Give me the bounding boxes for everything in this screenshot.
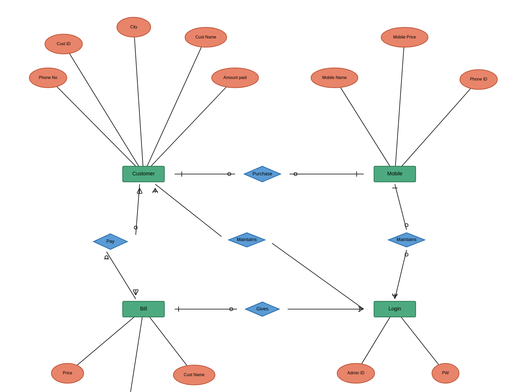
svg-text:Pay: Pay: [106, 239, 114, 244]
svg-text:Maintains: Maintains: [396, 237, 416, 242]
svg-line-73: [140, 188, 142, 193]
svg-text:Phone No: Phone No: [39, 75, 57, 80]
svg-line-18: [395, 184, 407, 230]
svg-line-12: [395, 309, 445, 373]
svg-text:Price: Price: [63, 371, 72, 375]
svg-line-8: [68, 309, 144, 373]
svg-text:Cust ID: Cust ID: [57, 42, 70, 46]
svg-text:Amount paid: Amount paid: [223, 75, 247, 80]
svg-text:Cust Name: Cust Name: [184, 373, 204, 377]
svg-line-96: [153, 188, 155, 193]
svg-text:Mobile Price: Mobile Price: [393, 35, 416, 39]
svg-line-87: [358, 309, 363, 312]
svg-line-2: [144, 37, 206, 174]
svg-line-3: [48, 78, 144, 174]
svg-line-92: [392, 294, 395, 298]
svg-line-10: [128, 309, 144, 392]
svg-text:Customer: Customer: [132, 171, 155, 176]
svg-line-5: [395, 37, 405, 174]
svg-line-7: [395, 79, 479, 174]
svg-text:Purchase: Purchase: [252, 171, 272, 176]
svg-text:Phone ID: Phone ID: [470, 77, 487, 81]
svg-line-80: [136, 290, 138, 295]
svg-text:Admin ID: Admin ID: [347, 371, 364, 375]
svg-line-17: [272, 243, 364, 309]
svg-line-9: [144, 309, 194, 375]
svg-line-1: [134, 27, 144, 174]
er-diagram: CustomerMobileBillLoginPurchasePayMainta…: [0, 0, 532, 392]
svg-text:Mobile Name: Mobile Name: [322, 75, 347, 80]
diagram-svg: CustomerMobileBillLoginPurchasePayMainta…: [0, 0, 532, 392]
svg-line-0: [64, 44, 144, 174]
svg-text:Gives: Gives: [256, 306, 268, 311]
svg-line-6: [335, 78, 395, 174]
svg-point-75: [134, 226, 137, 229]
svg-line-78: [133, 290, 136, 295]
svg-line-16: [155, 184, 222, 237]
svg-line-4: [144, 78, 235, 174]
svg-line-98: [155, 188, 158, 193]
svg-text:Bill: Bill: [140, 306, 147, 311]
svg-text:City: City: [130, 25, 137, 29]
svg-line-19: [395, 250, 407, 299]
svg-text:Login: Login: [389, 306, 401, 311]
svg-line-20: [107, 252, 136, 299]
svg-point-77: [105, 256, 108, 259]
svg-text:Maintains: Maintains: [237, 237, 257, 242]
svg-text:Cust Name: Cust Name: [195, 35, 216, 39]
svg-text:Mobile: Mobile: [387, 171, 403, 176]
svg-text:PW: PW: [442, 371, 449, 375]
